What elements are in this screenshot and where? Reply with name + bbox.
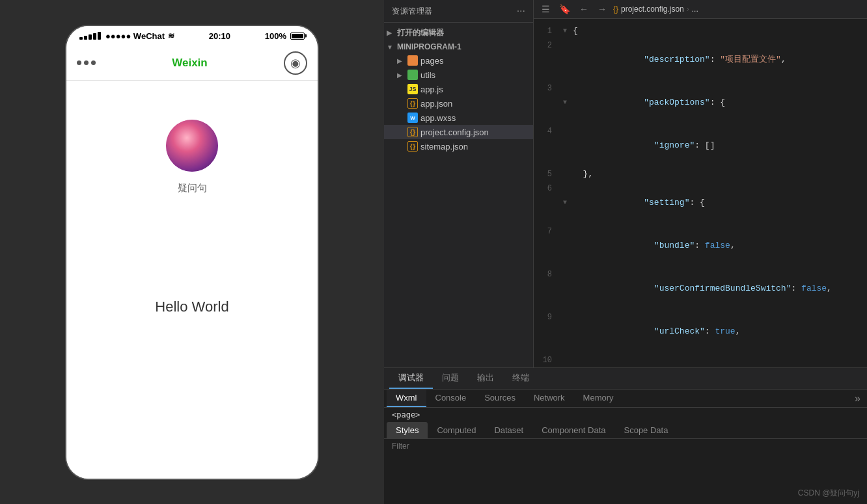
wxss-file-icon: W [407,113,418,123]
phone-frame: ●●●●● WeChat ≋ 20:10 100% Weixin ◉ [65,25,319,480]
chevron-right-icon: ▶ [397,72,405,79]
folder-orange-icon [407,55,418,66]
wifi-icon: ≋ [168,31,174,40]
sub-tab-styles-label: Styles [396,425,419,435]
battery-icon [290,33,305,40]
debugger-tabs: 调试器 问题 输出 终端 [384,368,867,390]
project-name-label: MINIPROGRAM-1 [397,42,461,51]
explorer-header: 资源管理器 ··· [384,0,533,23]
code-line: 8 "userConfirmedBundleSwitch": false, [534,267,867,310]
ide-panel: 资源管理器 ··· ▶ 打开的编辑器 ▼ MINIPROGRAM-1 ▶ [384,0,867,504]
breadcrumb-filename: project.config.json [621,5,684,14]
sub-tab-scope-data[interactable]: Scope Data [614,422,677,438]
signal-icon [79,32,101,40]
tab-issues-label: 问题 [442,373,459,382]
devtool-tab-memory[interactable]: Memory [574,390,623,407]
forward-icon[interactable]: → [595,3,609,16]
devtools-more-icon[interactable]: » [851,393,864,405]
file-label: app.js [420,85,443,94]
sub-tab-component-data-label: Component Data [542,425,605,435]
editor-toolbar: ☰ 🔖 ← → {} project.config.json › ... [534,0,867,19]
tab-debugger-label: 调试器 [398,373,424,382]
file-label: pages [420,56,443,66]
sub-tab-computed[interactable]: Computed [428,422,485,438]
user-name-label: 疑问句 [178,182,207,194]
battery-fill [292,34,303,38]
tab-issues[interactable]: 问题 [433,368,468,389]
explorer-more-icon[interactable]: ··· [517,5,525,17]
code-line: 1 ▼ { [534,24,867,38]
sub-tab-component-data[interactable]: Component Data [532,422,614,438]
file-item-sitemapjson[interactable]: {} sitemap.json [384,139,533,153]
filter-input[interactable] [392,442,489,451]
phone-app-title: Weixin [172,57,207,70]
watermark: CSDN @疑问句yj [798,488,859,499]
outline-icon[interactable]: ☰ [539,3,553,16]
file-item-projectconfig[interactable]: {} project.config.json [384,125,533,139]
code-content[interactable]: 1 ▼ { 2 "description": "项目配置文件", 3 ▼ "pa [534,19,867,367]
devtool-tab-wxml[interactable]: Wxml [387,390,426,407]
status-right: 100% [265,31,305,41]
breadcrumb: {} project.config.json › ... [613,5,698,14]
file-item-pages[interactable]: ▶ pages [384,53,533,68]
json-file-icon: {} [407,98,418,109]
avatar [166,120,218,172]
file-label: app.json [420,99,452,109]
code-line: 9 "urlCheck": true, [534,310,867,353]
file-item-appjson[interactable]: {} app.json [384,96,533,111]
breadcrumb-more: ... [692,5,698,14]
page-tag: <page> [392,410,420,419]
code-line: 3 ▼ "packOptions": { [534,81,867,124]
file-item-appjs[interactable]: JS app.js [384,82,533,96]
phone-content: 疑问句 Hello World [66,81,318,479]
sub-tab-computed-label: Computed [437,425,476,435]
code-line: 2 "description": "项目配置文件", [534,38,867,81]
devtools-tabs: Wxml Console Sources Network Memory » [384,390,867,408]
devtool-wxml-label: Wxml [396,393,417,403]
bookmark-icon[interactable]: 🔖 [557,3,573,16]
tab-output-label: 输出 [477,373,494,382]
battery-percent: 100% [265,31,286,41]
sub-tab-dataset[interactable]: Dataset [485,422,532,438]
open-editors-header[interactable]: ▶ 打开的编辑器 [384,25,533,40]
folder-green-icon [407,70,418,80]
tab-terminal[interactable]: 终端 [503,368,538,389]
devtool-network-label: Network [534,393,565,403]
file-item-appwxss[interactable]: W app.wxss [384,111,533,125]
file-explorer: 资源管理器 ··· ▶ 打开的编辑器 ▼ MINIPROGRAM-1 ▶ [384,0,534,367]
devtool-tab-network[interactable]: Network [525,390,574,407]
back-icon[interactable]: ← [577,3,591,16]
filter-bar [384,439,867,453]
carrier-label: ●●●●● WeChat [105,31,165,41]
json-file-icon: {} [407,141,418,152]
camera-icon[interactable]: ◉ [284,51,307,75]
explorer-title: 资源管理器 [392,6,433,17]
project-header[interactable]: ▼ MINIPROGRAM-1 [384,40,533,53]
sub-tab-dataset-label: Dataset [494,425,523,435]
devtool-console-label: Console [435,393,467,403]
chevron-right-icon: ▶ [397,57,405,64]
menu-dots[interactable] [77,60,96,65]
devtool-tab-sources[interactable]: Sources [475,390,525,407]
code-line: 4 "ignore": [] [534,124,867,167]
time-display: 20:10 [209,31,230,41]
tab-debugger[interactable]: 调试器 [389,368,433,389]
tab-output[interactable]: 输出 [468,368,503,389]
devtools-sub-tabs: Styles Computed Dataset Component Data S… [384,422,867,439]
devtool-sources-label: Sources [484,393,516,403]
json-file-icon: {} [407,127,418,137]
js-file-icon: JS [407,84,418,94]
open-editors-label: 打开的编辑器 [397,27,444,38]
chevron-right-icon: ▶ [387,29,394,36]
sub-tab-styles[interactable]: Styles [387,422,428,438]
sub-tab-scope-data-label: Scope Data [624,425,668,435]
devtool-memory-label: Memory [583,393,614,403]
file-label: utils [420,70,435,80]
devtool-tab-console[interactable]: Console [426,390,476,407]
code-line: 10 "scopeDataCheck": false, [534,353,867,367]
phone-top-bar: Weixin ◉ [66,46,318,81]
code-editor: ☰ 🔖 ← → {} project.config.json › ... 1 ▼ [534,0,867,367]
file-item-utils[interactable]: ▶ utils [384,68,533,82]
explorer-section: ▶ 打开的编辑器 ▼ MINIPROGRAM-1 ▶ pages ▶ [384,23,533,156]
file-label: sitemap.json [420,142,468,152]
